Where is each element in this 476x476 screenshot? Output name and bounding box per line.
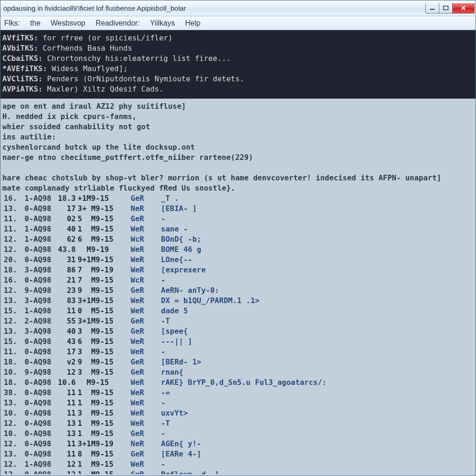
svg-rect-0 [430,9,435,10]
svg-rect-1 [443,6,448,10]
app-window: opdausing in fividciaoll9'ificiet lof fl… [0,0,476,476]
titlebar[interactable]: opdausing in fividciaoll9'ificiet lof fl… [0,0,476,16]
menu-item-3[interactable]: Readivendor: [95,19,139,27]
log-content: ape on ent and iraul AZ12 phy suitifluse… [0,99,476,474]
maximize-icon [443,6,449,10]
console-output: AVfiTKS: for rfree (or spiciesL/ifler)AV… [0,30,476,99]
menu-item-4[interactable]: Yiilkays [150,19,175,27]
maximize-button[interactable] [439,3,453,13]
menu-item-1[interactable]: the [30,19,40,27]
window-controls: ✕ [426,3,475,13]
window-title: opdausing in fividciaoll9'ificiet lof fl… [3,4,426,12]
close-icon: ✕ [461,4,466,12]
minimize-button[interactable] [425,3,439,13]
menu-item-5[interactable]: Help [185,19,200,27]
menu-item-0[interactable]: Flks: [4,19,20,27]
menu-item-2[interactable]: Wesbsvop [51,19,85,27]
close-button[interactable]: ✕ [452,3,475,13]
minimize-icon [430,6,435,10]
menubar: Flks: the Wesbsvop Readivendor: Yiilkays… [0,16,476,30]
